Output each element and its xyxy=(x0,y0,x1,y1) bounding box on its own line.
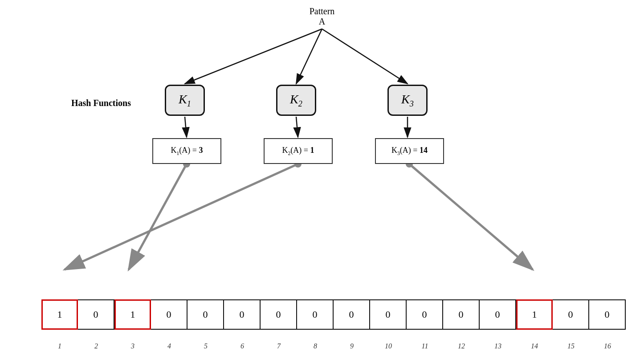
k2-box: K2 xyxy=(276,85,316,116)
index-10: 10 xyxy=(370,342,407,350)
bit-array: 1 0 1 0 0 0 0 0 0 0 0 0 0 1 0 0 xyxy=(41,299,626,330)
pattern-value: A xyxy=(310,16,335,27)
svg-line-0 xyxy=(185,29,322,84)
k1-label: K1 xyxy=(179,92,191,109)
bit-cell-6: 0 xyxy=(224,299,261,330)
index-row: 1 2 3 4 5 6 7 8 9 10 11 12 13 14 15 16 xyxy=(41,342,626,350)
bit-cell-8: 0 xyxy=(297,299,334,330)
bit-cell-3: 1 xyxy=(114,299,151,330)
result-k2-text: K2(A) = 1 xyxy=(282,146,314,156)
result-box-k2: K2(A) = 1 xyxy=(264,138,333,164)
svg-line-8 xyxy=(409,164,533,270)
k3-label: K3 xyxy=(401,92,414,109)
bit-cell-10: 0 xyxy=(370,299,407,330)
index-5: 5 xyxy=(187,342,224,350)
k1-box: K1 xyxy=(165,85,205,116)
index-14: 14 xyxy=(516,342,553,350)
index-8: 8 xyxy=(297,342,334,350)
bit-cell-1: 1 xyxy=(41,299,78,330)
bit-cell-16: 0 xyxy=(589,299,626,330)
result-box-k3: K3(A) = 14 xyxy=(375,138,444,164)
index-4: 4 xyxy=(151,342,187,350)
hash-functions-label: Hash Functions xyxy=(71,98,131,108)
hash-functions-text: Hash Functions xyxy=(71,98,131,108)
index-15: 15 xyxy=(553,342,589,350)
index-16: 16 xyxy=(589,342,626,350)
index-7: 7 xyxy=(261,342,297,350)
svg-line-4 xyxy=(296,117,298,137)
index-2: 2 xyxy=(78,342,114,350)
index-13: 13 xyxy=(480,342,516,350)
svg-line-3 xyxy=(185,117,187,137)
result-k3-text: K3(A) = 14 xyxy=(391,146,428,156)
index-11: 11 xyxy=(407,342,443,350)
pattern-text: Pattern xyxy=(310,6,335,16)
index-1: 1 xyxy=(41,342,78,350)
svg-line-1 xyxy=(296,29,322,84)
bit-cell-5: 0 xyxy=(187,299,224,330)
bit-cell-15: 0 xyxy=(553,299,589,330)
pattern-label: Pattern A xyxy=(310,6,335,27)
index-9: 9 xyxy=(334,342,370,350)
bit-cell-9: 0 xyxy=(334,299,370,330)
k3-box: K3 xyxy=(387,85,428,116)
index-12: 12 xyxy=(443,342,480,350)
svg-line-2 xyxy=(322,29,408,84)
bit-cell-4: 0 xyxy=(151,299,187,330)
bit-cell-2: 0 xyxy=(78,299,114,330)
svg-line-6 xyxy=(65,164,298,270)
bit-cell-7: 0 xyxy=(261,299,297,330)
bit-cell-11: 0 xyxy=(407,299,443,330)
index-3: 3 xyxy=(114,342,151,350)
index-6: 6 xyxy=(224,342,261,350)
result-box-k1: K1(A) = 3 xyxy=(152,138,221,164)
svg-line-7 xyxy=(129,164,187,270)
bloom-filter-diagram: Pattern A Hash Functions K1 K2 K3 K1(A) … xyxy=(0,0,644,360)
k2-label: K2 xyxy=(290,92,302,109)
bit-cell-13: 0 xyxy=(480,299,516,330)
bit-cell-14: 1 xyxy=(516,299,553,330)
bit-cell-12: 0 xyxy=(443,299,480,330)
result-k1-text: K1(A) = 3 xyxy=(171,146,203,156)
